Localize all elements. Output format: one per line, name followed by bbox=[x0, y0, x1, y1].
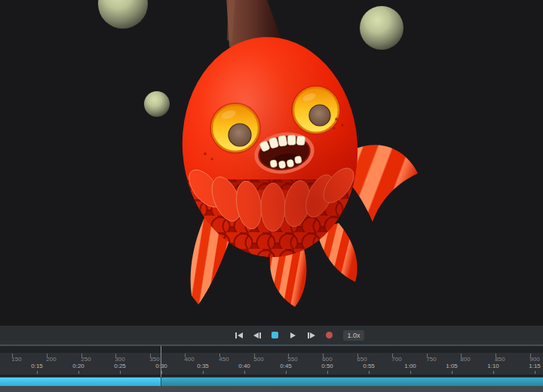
playback-speed-button[interactable]: 1.0x bbox=[343, 330, 364, 341]
frame-label: 850 bbox=[495, 356, 505, 363]
stop-icon bbox=[272, 332, 278, 338]
time-tick bbox=[410, 371, 411, 374]
time-tick bbox=[452, 371, 452, 374]
time-label: 1:10 bbox=[487, 363, 499, 369]
playhead-scrollbar-marker[interactable] bbox=[161, 377, 161, 386]
time-label: 1:05 bbox=[446, 363, 458, 369]
record-icon bbox=[326, 332, 333, 338]
animation-canvas[interactable] bbox=[0, 0, 543, 326]
time-label: 0:35 bbox=[197, 363, 209, 369]
frame-label: 700 bbox=[391, 356, 401, 363]
frame-label: 500 bbox=[253, 356, 263, 363]
step-forward-icon bbox=[308, 332, 309, 338]
frame-label: 800 bbox=[460, 356, 470, 363]
stop-button[interactable] bbox=[269, 329, 281, 341]
record-button[interactable] bbox=[324, 329, 335, 341]
frame-label: 200 bbox=[46, 356, 56, 363]
time-label: 0:55 bbox=[363, 363, 375, 369]
frame-label: 350 bbox=[149, 356, 159, 363]
step-forward-icon bbox=[310, 332, 315, 338]
bubble-top-right bbox=[360, 6, 403, 50]
frame-label: 400 bbox=[184, 356, 194, 363]
timeline-ruler[interactable]: 1502002503003504004505005506006507007508… bbox=[0, 353, 543, 375]
play-icon bbox=[290, 332, 296, 338]
time-label: 0:15 bbox=[31, 363, 43, 369]
transport-controls: 1.0x bbox=[233, 329, 364, 341]
step-back-icon bbox=[259, 332, 261, 338]
frame-label: 600 bbox=[322, 356, 332, 363]
bottom-strip bbox=[0, 386, 543, 392]
step-forward-button[interactable] bbox=[305, 329, 317, 341]
step-back-icon bbox=[253, 332, 259, 338]
time-label: 0:30 bbox=[155, 363, 167, 369]
timeline-progress-remaining bbox=[161, 377, 543, 386]
frame-label: 550 bbox=[287, 356, 297, 363]
time-label: 1:00 bbox=[404, 363, 416, 369]
frame-label: 450 bbox=[219, 356, 229, 363]
time-tick bbox=[369, 371, 370, 374]
left-pupil bbox=[229, 124, 251, 146]
timeline-scrollbar[interactable] bbox=[0, 377, 543, 386]
time-label: 0:50 bbox=[321, 363, 333, 369]
time-tick bbox=[327, 371, 328, 374]
frame-label: 250 bbox=[81, 356, 90, 363]
time-tick bbox=[78, 371, 79, 374]
time-tick bbox=[120, 371, 121, 374]
frame-label: 300 bbox=[115, 356, 124, 363]
time-label: 0:40 bbox=[238, 363, 250, 369]
frame-label: 900 bbox=[529, 356, 539, 363]
bubble-small-left bbox=[144, 91, 170, 117]
playhead[interactable] bbox=[161, 346, 161, 377]
time-label: 0:45 bbox=[280, 363, 292, 369]
timeline-progress-elapsed bbox=[0, 377, 161, 386]
canvas-artwork bbox=[0, 0, 543, 326]
right-pupil bbox=[309, 105, 330, 126]
frame-label: 150 bbox=[11, 356, 21, 363]
step-back-button[interactable] bbox=[251, 329, 262, 341]
time-tick bbox=[535, 371, 535, 374]
time-tick bbox=[493, 371, 494, 374]
skip-to-start-icon bbox=[238, 332, 243, 338]
time-tick bbox=[37, 371, 38, 374]
skip-to-start-button[interactable] bbox=[233, 329, 244, 341]
time-tick bbox=[161, 371, 162, 374]
transport-bar: 1.0x bbox=[0, 326, 543, 345]
timeline-ruler-top bbox=[0, 346, 543, 353]
time-label: 0:20 bbox=[72, 363, 84, 369]
time-tick bbox=[203, 371, 204, 374]
frame-label: 750 bbox=[426, 356, 436, 363]
time-tick bbox=[244, 371, 245, 374]
time-label: 0:25 bbox=[114, 363, 126, 369]
frame-label: 650 bbox=[357, 356, 367, 363]
time-label: 1:15 bbox=[529, 363, 541, 369]
time-tick bbox=[286, 371, 287, 374]
animation-editor-window: 1.0x 15020025030035040045050055060065070… bbox=[0, 0, 543, 392]
skip-to-start-icon bbox=[235, 332, 237, 338]
play-button[interactable] bbox=[287, 329, 299, 341]
